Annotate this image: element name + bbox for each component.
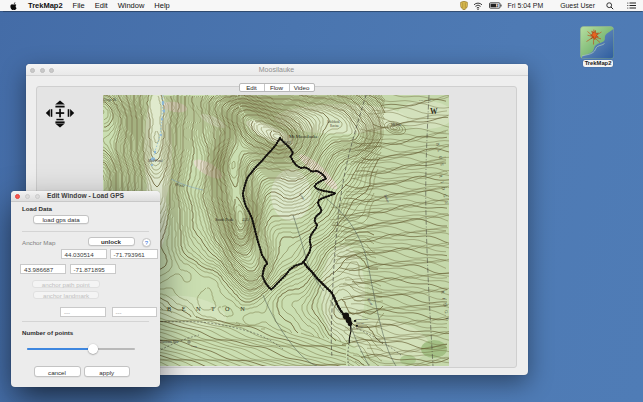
svg-text:Mt Moosilauke: Mt Moosilauke — [289, 134, 318, 139]
svg-text:Mt Jim: Mt Jim — [391, 123, 401, 127]
svg-text:Ravine: Ravine — [330, 124, 340, 128]
svg-text:4802: 4802 — [284, 140, 291, 144]
svg-text:Moosilauke: Moosilauke — [355, 318, 369, 321]
svg-text:South Peak: South Peak — [215, 217, 233, 222]
svg-text:Gorge Bk: Gorge Bk — [103, 98, 116, 102]
svg-text:W: W — [430, 107, 438, 116]
svg-text:B E N T O N: B E N T O N — [167, 305, 249, 312]
svg-text:1550: 1550 — [191, 344, 197, 347]
svg-text:Mud Pond: Mud Pond — [147, 158, 163, 162]
svg-text:Hurricane Mtn: Hurricane Mtn — [160, 340, 178, 344]
svg-text:Lodge: Lodge — [356, 325, 364, 328]
svg-text:P.O. 25 mi: P.O. 25 mi — [419, 99, 431, 102]
svg-text:2: 2 — [496, 3, 499, 8]
svg-text:4523: 4523 — [242, 218, 249, 222]
